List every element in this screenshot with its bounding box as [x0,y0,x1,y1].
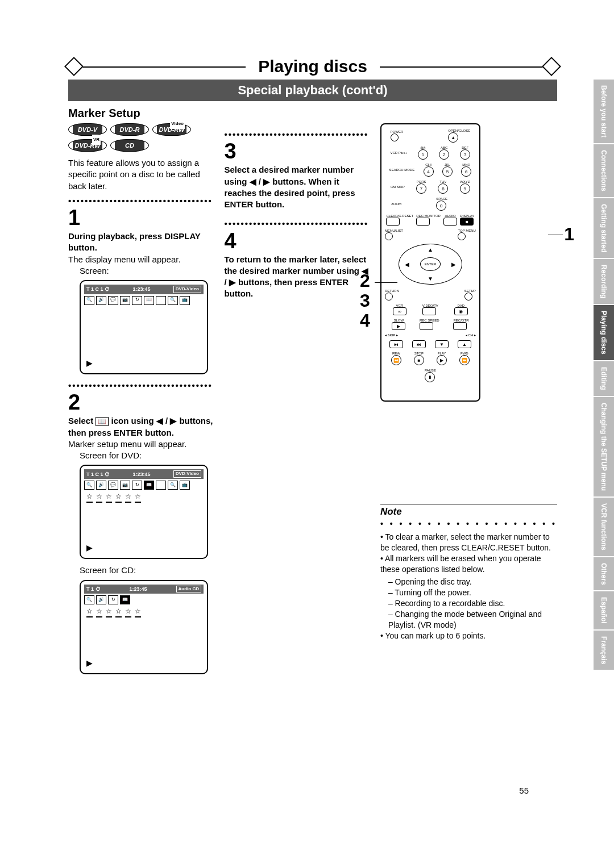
manual-page: Playing discs Special playback (cont'd) … [68,57,557,807]
osd-icon: ↻ [132,296,142,305]
osd-icon: 🔊 [96,595,106,604]
step-3-number: 3 [224,140,371,162]
clear-button[interactable] [386,218,400,226]
ch-up-button[interactable]: ▲ [458,340,471,348]
separator-dots: ••••••••••••••••••••••••••••••••••• [68,380,215,391]
separator-dots: ••••••••••••••••••••••••••••••••••• [224,218,371,229]
vcr-button[interactable]: ∞ [393,307,406,315]
skip-fwd-button[interactable]: ⏭ [412,340,426,348]
power-button[interactable] [391,133,399,141]
num-9[interactable]: 9 [460,183,470,194]
osd2-time: 1:23:45 [132,471,150,478]
play-button[interactable]: ▶ [437,355,447,365]
osd-icon [156,296,166,305]
marker-slots: ☆☆☆☆☆☆ [84,492,204,503]
remote-column: 2 3 4 1 POWER OPEN/CLOSE▲ VCR Plus+ @/:1… [380,123,557,680]
display-button[interactable]: ■ [460,218,474,226]
setup-button[interactable] [464,293,472,301]
badge-dvdrw-video: DVD-RW [152,123,191,136]
num-4[interactable]: 4 [424,166,434,177]
step-1-number: 1 [68,207,215,228]
menu-list-button[interactable] [385,232,393,240]
rew-button[interactable]: ⏪ [391,355,401,365]
note-subitem: Opening the disc tray. [388,577,557,587]
side-tab: Getting started [594,198,614,258]
num-1[interactable]: 1 [418,149,428,160]
note-title: Note [380,506,402,519]
dvd-button[interactable]: ◉ [454,307,468,315]
side-tab-active: Playing discs [594,305,614,360]
rec-speed-button[interactable] [420,322,433,330]
audio-button[interactable] [443,218,457,226]
osd1-time: 1:23:45 [132,286,150,293]
fwd-button[interactable]: ⏩ [459,355,470,365]
step-2-caption-dvd: Screen for DVD: [80,450,215,461]
osd-screen-1: T 1 C 1 ⏱ 1:23:45 DVD-Video 🔍 🔊 💬 📷 ↻ 📖 … [80,280,208,374]
rec-monitor-button[interactable] [416,218,430,226]
osd-icon: 📷 [120,481,130,490]
separator-dots: ••••••••••••••••••••••••••••••••••• [68,195,215,207]
step-2-caption-cd: Screen for CD: [80,565,215,576]
left-column: DVD-V DVD-R DVD-RW DVD-RW CD This featur… [68,123,215,680]
num-5[interactable]: 5 [442,166,453,177]
middle-column: ••••••••••••••••••••••••••••••••••• 3 Se… [224,123,371,680]
step-2-number: 2 [68,391,215,413]
osd2-tag: DVD-Video [173,470,201,478]
badge-dvdrw-vr: DVD-RW [68,139,107,152]
osd-icon: 📖 [144,296,154,305]
osd3-left: T 1 ⏱ [86,586,101,592]
num-7[interactable]: 7 [416,183,426,194]
side-tab: Before you start [594,80,614,143]
note-item: To clear a marker, select the marker num… [380,532,557,553]
step-2-body: Marker setup menu will appear. [68,439,215,450]
top-menu-button[interactable] [458,232,466,240]
osd-icon: 🔊 [96,481,106,490]
side-tab: Editing [594,361,614,396]
osd3-tag: Audio CD [176,586,201,593]
note-subitem: Turning off the power. [388,587,557,598]
osd3-time: 1:23:45 [130,586,147,592]
dpad[interactable]: ▲ ▼ ◀ ▶ ENTER [399,244,462,285]
num-3[interactable]: 3 [460,149,470,160]
osd-icon: 🔍 [84,595,94,604]
side-tab: Changing the SETUP menu [594,397,614,496]
osd1-left: T 1 C 1 ⏱ [86,286,110,293]
disc-badges: DVD-V DVD-R DVD-RW DVD-RW CD [68,123,215,152]
step-3-instruction: Select a desired marker number using ◀ /… [224,164,371,210]
side-tab: Others [594,557,614,591]
num-2[interactable]: 2 [439,149,449,160]
marker-icon: 📖 [96,417,109,426]
rec-otr-button[interactable] [453,322,467,330]
slow-button[interactable]: ▶ [392,322,405,330]
stop-button[interactable]: ■ [414,355,424,365]
step-1-caption: Screen: [80,265,215,277]
callout-right: 1 [564,224,574,244]
step-1-body: The display menu will appear. [68,254,215,265]
video-tv-button[interactable] [422,307,436,315]
pause-button[interactable]: ⏸ [425,372,435,382]
side-tabs: Before you start Connections Getting sta… [594,80,614,671]
osd-icon: 📖 [144,481,154,490]
note-item: You can mark up to 6 points. [380,631,557,641]
skip-back-button[interactable]: ⏮ [389,340,403,348]
osd-icon: 📖 [120,595,130,604]
step-1-instruction: During playback, press DISPLAY button. [68,231,215,254]
num-6[interactable]: 6 [461,166,471,177]
step-4-number: 4 [224,230,371,252]
osd-icon [156,481,166,490]
osd-icon: 🔍 [84,296,94,305]
num-8[interactable]: 8 [438,183,448,194]
ch-down-button[interactable]: ▼ [435,340,449,348]
open-close-button[interactable]: ▲ [448,132,458,143]
num-0[interactable]: 0 [436,201,446,211]
osd-icon: 💬 [108,296,118,305]
return-button[interactable] [385,293,393,301]
play-icon: ▶ [86,658,93,669]
osd-icon: 📺 [180,296,190,305]
note-box: Note • • • • • • • • • • • • • • • • • •… [380,504,557,641]
remote-control-diagram: POWER OPEN/CLOSE▲ VCR Plus+ @/:1 ABC2 DE… [380,123,480,402]
side-tab: VCR functions [594,498,614,556]
enter-button[interactable]: ENTER [420,257,441,271]
osd-icon: 📺 [180,481,190,490]
osd-icon: 🔍 [168,481,178,490]
